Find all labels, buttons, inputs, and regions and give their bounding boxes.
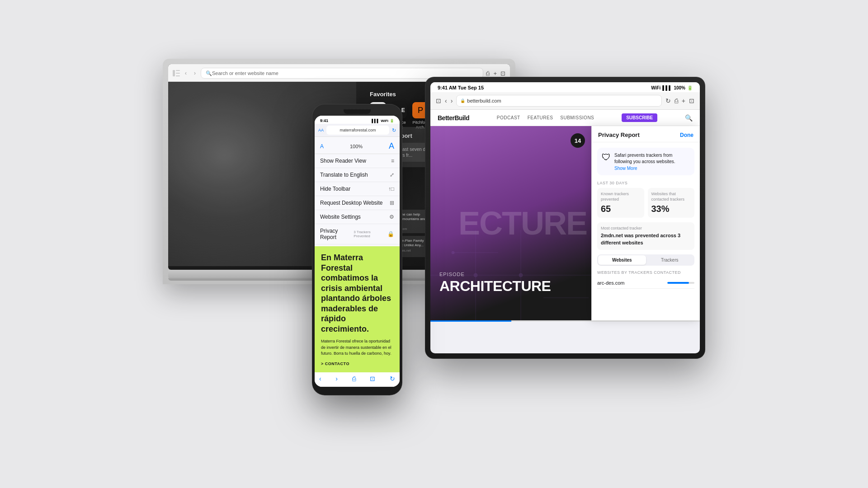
privacy-report-item[interactable]: Privacy Report 3 Trackers Prevented 🔒 [315,224,400,244]
desktop-icon: ⊞ [390,200,394,206]
tabs-button[interactable]: ↻ [390,375,395,382]
tab-websites[interactable]: Websites [598,255,646,265]
scroll-position [430,320,511,322]
sidebar-toggle-button[interactable] [173,70,180,76]
tab-trackers[interactable]: Trackers [646,255,694,265]
episode-title: ARCHITECTURE [439,279,587,293]
episode-info: EPISODE ARCHITECTURE [439,272,587,293]
website-name: arc-des.com [597,280,625,286]
reader-view-icon: ≡ [391,158,394,164]
battery-icon: 🔋 [390,119,394,123]
episode-label: EPISODE [439,272,587,277]
request-desktop-item[interactable]: Request Desktop Website ⊞ [315,196,400,210]
svg-rect-1 [176,70,180,71]
tab-overview-button[interactable]: ⊡ [500,70,505,77]
iphone-url: materraforestal.com [340,128,376,132]
known-trackers-stat: Known trackers prevented 65 [597,188,644,218]
status-time: 9:41 [320,118,328,123]
hide-toolbar-item[interactable]: Hide Toolbar ↑□ [315,182,400,196]
shield-icon: 🛡 [602,152,611,171]
tab-overview-button[interactable]: ⊡ [689,97,694,104]
ipad-url: betterbuild.com [467,98,501,103]
website-settings-item[interactable]: Website Settings ⚙ [315,210,400,224]
iphone-screen: 9:41 ▌▌▌ WiFi 🔋 AA materraforestal.com ↻ [315,116,400,387]
status-time: 9:41 AM Tue Sep 15 [438,85,484,90]
back-button[interactable]: ‹ [445,97,447,104]
translate-label: Translate to English [320,172,368,178]
hide-toolbar-label: Hide Toolbar [320,186,350,192]
new-tab-button[interactable]: + [493,70,497,77]
iphone-menu: A 100% A Show Reader View ≡ Translate to… [315,137,400,246]
website-item-arc: arc-des.com [597,277,694,289]
settings-icon: ⚙ [389,214,394,220]
privacy-report-modal: Privacy Report Done 🛡 Safari prevents tr… [591,126,700,320]
iphone-notch [344,109,371,114]
ipad-device: 9:41 AM Tue Sep 15 WiFi ▌▌▌ 100% 🔋 ⊡ ‹ ›… [425,77,705,359]
svg-rect-3 [176,75,180,76]
iphone-safari-bar: AA materraforestal.com ↻ [315,124,400,137]
text-size-button[interactable]: AA [318,128,324,132]
svg-rect-2 [176,73,180,74]
iphone-url-bar[interactable]: materraforestal.com [326,126,389,135]
podcast-link[interactable]: PODCAST [497,115,520,120]
subscribe-button[interactable]: SUBSCRIBE [622,113,657,122]
scene: ‹ › 🔍 Search or enter website name ⎙ + ⊡ [163,59,705,429]
features-link[interactable]: FEATURES [528,115,553,120]
refresh-button[interactable]: ↻ [392,127,396,133]
share-button[interactable]: ⎙ [675,97,678,104]
home-indicator [344,389,371,391]
forward-button[interactable]: › [335,375,338,382]
translate-icon: ⤢ [390,172,394,178]
text-decrease-button[interactable]: A [320,143,324,150]
ipad-body: 9:41 AM Tue Sep 15 WiFi ▌▌▌ 100% 🔋 ⊡ ‹ ›… [425,77,705,359]
most-contacted-section: Most contacted tracker 2mdn.net was prev… [597,222,694,250]
modal-header: Privacy Report Done [592,126,700,142]
battery-level: 100% [674,85,685,90]
menu-item-label: Show Reader View [320,158,366,164]
most-contacted-label: Most contacted tracker [601,226,691,230]
iphone-web-content: En Materra Forestal combatimos la crisis… [315,246,400,372]
site-nav-links: PODCAST FEATURES SUBMISSIONS [497,115,594,120]
url-placeholder: Search or enter website name [212,70,278,76]
ipad-url-bar[interactable]: 🔒 betterbuild.com [456,95,661,107]
done-button[interactable]: Done [680,132,693,138]
show-more-link[interactable]: Show More [614,166,690,171]
bookmarks-button[interactable]: ⊡ [370,375,375,382]
sidebar-button[interactable]: ⊡ [436,97,441,104]
iphone-cta-link[interactable]: > CONTACTO [321,361,393,366]
search-icon: 🔍 [206,70,212,76]
iphone-body-text: Materra Forestal ofrece la oportunidad d… [321,338,393,357]
text-increase-button[interactable]: A [389,141,394,151]
lock-icon: 🔒 [460,99,465,103]
new-tab-button[interactable]: + [682,97,685,104]
tracker-bar [667,282,694,284]
refresh-button[interactable]: ↻ [665,97,671,104]
signal-icon: ▌▌▌ [662,85,672,90]
tracker-bar-fill [667,282,689,284]
share-button[interactable]: ⎙ [352,375,356,382]
wifi-icon: WiFi [651,85,660,90]
share-button[interactable]: ⎙ [486,70,490,77]
submissions-link[interactable]: SUBMISSIONS [560,115,594,120]
search-button[interactable]: 🔍 [685,114,693,122]
scroll-indicator [430,320,700,322]
request-desktop-label: Request Desktop Website [320,200,383,206]
signal-icon: ▌▌▌ [372,119,379,123]
ipad-safari-chrome: ⊡ ‹ › 🔒 betterbuild.com ↻ ⎙ + ⊡ [430,92,700,110]
period-label: LAST 30 DAYS [597,181,694,185]
site-logo: BetterBuild [438,114,469,122]
trackers-prevented-badge: 3 Trackers Prevented [354,230,386,238]
forward-button[interactable]: › [451,97,453,104]
battery-icon: 🔋 [687,85,693,90]
translate-to-english-item[interactable]: Translate to English ⤢ [315,168,400,182]
show-reader-view-item[interactable]: Show Reader View ≡ [315,154,400,168]
forward-button[interactable]: › [192,70,198,76]
privacy-tabs: Websites Trackers [597,254,694,266]
known-trackers-value: 65 [601,204,641,214]
websites-contacted-label: Websites that contacted trackers [651,192,691,202]
ipad-site-nav: BetterBuild PODCAST FEATURES SUBMISSIONS… [430,110,700,126]
ipad-status-bar: 9:41 AM Tue Sep 15 WiFi ▌▌▌ 100% 🔋 [430,82,700,92]
back-button[interactable]: ‹ [319,375,321,382]
back-button[interactable]: ‹ [183,70,189,76]
known-trackers-label: Known trackers prevented [601,192,641,202]
